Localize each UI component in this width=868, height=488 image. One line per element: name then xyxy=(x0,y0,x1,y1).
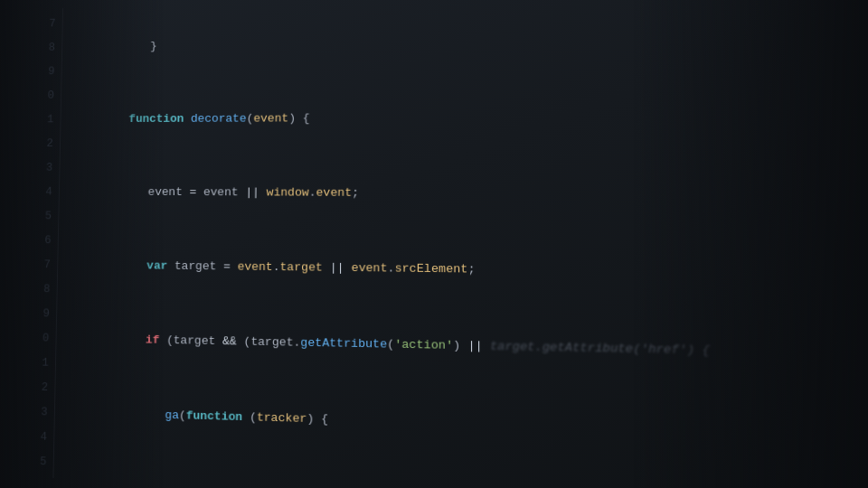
code-editor: 7 8 9 0 1 2 3 4 5 6 7 8 9 0 1 2 3 4 5 } xyxy=(0,0,868,488)
line-num: 9 xyxy=(48,60,55,84)
line-num: 2 xyxy=(46,132,53,156)
line-num: 0 xyxy=(42,326,50,351)
code-line: function decorate(event) { xyxy=(73,78,868,156)
code-line: var target = event.target || event.srcEl… xyxy=(71,229,868,314)
line-num: 1 xyxy=(47,108,54,132)
line-num: 1 xyxy=(42,351,49,375)
code-area: 7 8 9 0 1 2 3 4 5 6 7 8 9 0 1 2 3 4 5 } xyxy=(14,0,868,488)
line-num: 8 xyxy=(43,277,51,302)
line-num: 5 xyxy=(40,449,47,474)
line-num: 2 xyxy=(41,375,48,399)
code-content: } function decorate(event) { event = eve… xyxy=(53,0,868,488)
line-num: 6 xyxy=(44,229,52,253)
line-num: 7 xyxy=(49,12,56,35)
line-num: 9 xyxy=(42,302,50,326)
line-num: 3 xyxy=(46,155,53,180)
line-num: 4 xyxy=(40,425,47,450)
code-line: } xyxy=(75,0,868,83)
line-num: 3 xyxy=(41,400,48,426)
line-num: 5 xyxy=(45,204,52,229)
code-line: event = event || window.event; xyxy=(72,155,868,234)
line-num: 8 xyxy=(48,36,55,61)
line-num: 0 xyxy=(47,84,54,108)
line-num: 4 xyxy=(45,180,52,204)
line-num: 7 xyxy=(43,253,51,277)
